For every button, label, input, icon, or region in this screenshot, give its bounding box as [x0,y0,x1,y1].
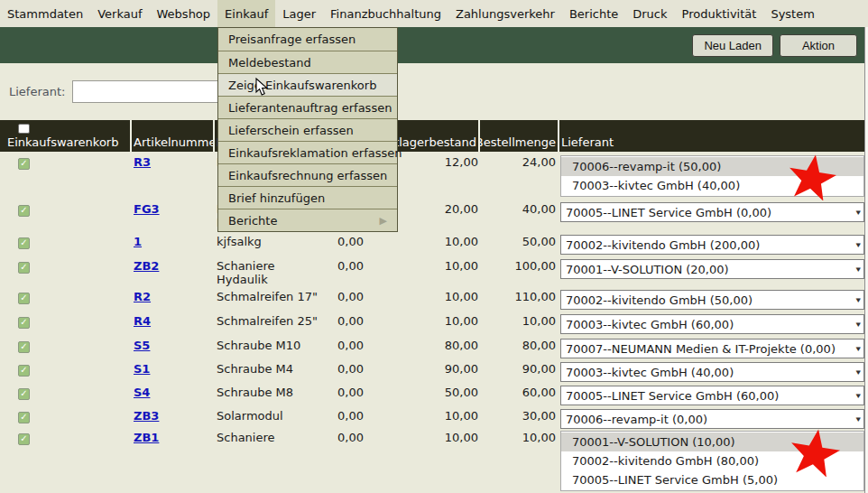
table-row: ✓ R4 Schmalreifen 25" 0,00 10,00 10,00 7… [0,311,864,335]
mouse-cursor-icon [255,78,268,97]
menu-system[interactable]: System [763,0,821,27]
lieferant-filter-label: Lieferant: [9,85,65,98]
menu-zahlungsverkehr[interactable]: Zahlungsverkehr [448,0,562,27]
menu-item-einkaufsreklamation-erfassen[interactable]: Einkaufsreklamation erfassen [218,141,397,163]
chevron-down-icon: ▾ [856,240,861,249]
artikelnummer-link[interactable]: S4 [134,386,150,399]
action-bar: Neu Laden Aktion [0,27,868,63]
filter-bar: Lieferant: [0,63,868,120]
row-checkbox[interactable]: ✓ [18,262,30,274]
red-star-icon [784,153,840,200]
artikelnummer-link[interactable]: R3 [134,155,151,169]
table-row: ✓ S4 Schraube M8 0,00 50,00 60,00 70005-… [0,382,864,405]
lieferant-select[interactable]: 70003--kivtec GmbH (60,00) ▾ [560,314,864,334]
table-row: ✓ S5 Schraube M10 0,00 80,00 80,00 70007… [0,335,864,358]
menu-finanzbuchhaltung[interactable]: Finanzbuchhaltung [323,0,448,27]
menu-item-berichte[interactable]: Berichte ▶ [218,209,397,231]
chevron-down-icon: ▾ [856,320,861,329]
table-row: ✓ R2 Schmalreifen 17" 0,00 10,00 110,00 … [0,286,864,311]
artikelnummer-link[interactable]: R2 [134,290,151,303]
row-checkbox[interactable]: ✓ [18,293,30,304]
row-checkbox[interactable]: ✓ [18,205,30,217]
right-edge-clipped-content [864,27,868,493]
menu-item-einkaufsrechnung-erfassen[interactable]: Einkaufsrechnung erfassen [218,163,397,186]
chevron-down-icon: ▾ [856,265,861,274]
row-checkbox[interactable]: ✓ [18,412,30,423]
menu-druck[interactable]: Druck [625,0,674,27]
menu-berichte[interactable]: Berichte [562,0,625,27]
row-checkbox[interactable]: ✓ [18,158,30,170]
table-header-row: Einkaufswarenkorb Artikelnummer Bezeichn… [0,120,864,152]
menubar: Stammdaten Verkauf Webshop Einkauf Preis… [0,0,868,27]
row-checkbox[interactable]: ✓ [18,365,30,377]
table-row: ✓ S1 Schraube M4 0,00 90,00 90,00 70003-… [0,358,864,382]
lieferant-select[interactable]: 70006--revamp-it (0,00) ▾ [560,409,864,429]
menu-item-lieferantenauftrag-erfassen[interactable]: Lieferantenauftrag erfassen [218,96,397,118]
lieferant-select[interactable]: 70003--kivtec GmbH (40,00) ▾ [560,362,864,382]
menu-einkauf-label: Einkauf [225,7,268,21]
chevron-down-icon: ▾ [856,367,861,377]
menu-verkauf[interactable]: Verkauf [90,0,149,27]
artikelnummer-link[interactable]: S5 [134,339,150,352]
menu-produktivitaet[interactable]: Produktivität [675,0,764,27]
lieferant-select[interactable]: 70002--kivitendo GmbH (200,00) ▾ [560,235,864,255]
col-artikelnummer: Artikelnummer [132,120,215,152]
artikelnummer-link[interactable]: R4 [134,314,151,328]
col-einkaufswarenkorb: Einkaufswarenkorb [0,120,132,152]
chevron-down-icon: ▾ [856,295,861,304]
einkauf-dropdown: Preisanfrage erfassen Meldebestand Zeige… [217,27,398,232]
select-all-checkbox[interactable] [18,124,30,134]
menu-item-preisanfrage-erfassen[interactable]: Preisanfrage erfassen [218,28,397,51]
row-checkbox[interactable]: ✓ [18,341,30,353]
artikelnummer-link[interactable]: ZB3 [134,409,159,423]
table-row: ✓ ZB2 SchaniereHydaulik 0,00 10,00 100,0… [0,256,864,286]
chevron-down-icon: ▾ [856,414,861,423]
purchase-basket-table: Einkaufswarenkorb Artikelnummer Bezeichn… [0,120,864,490]
artikelnummer-link[interactable]: ZB1 [134,431,159,444]
neu-laden-button[interactable]: Neu Laden [692,34,773,57]
menu-item-meldebestand[interactable]: Meldebestand [218,51,397,73]
table-row: ✓ ZB1 Schaniere 0,00 10,00 10,00 70001--… [0,429,864,490]
menu-item-zeige-einkaufswarenkorb[interactable]: Zeige Einkaufswarenkorb [218,73,397,96]
lieferant-select[interactable]: 70005--LINET Service GmbH (0,00) ▾ [560,202,864,222]
row-checkbox[interactable]: ✓ [18,388,30,400]
menu-webshop[interactable]: Webshop [150,0,218,27]
aktion-button[interactable]: Aktion [780,34,857,57]
table-row: ✓ ZB3 Solarmodul 0,00 10,00 30,00 70006-… [0,405,864,429]
artikelnummer-link[interactable]: FG3 [134,202,160,216]
artikelnummer-link[interactable]: ZB2 [134,259,159,273]
lieferant-select[interactable]: 70007--NEUMANN Medien & IT-Projekte (0,0… [560,339,864,358]
lieferant-select[interactable]: 70005--LINET Service GmbH (60,00) ▾ [560,386,864,405]
chevron-down-icon: ▾ [856,344,861,353]
col-bestellmenge: Bestellmenge [480,120,559,152]
submenu-arrow-icon: ▶ [380,215,387,227]
table-row: ✓ R3 E 12,00 24,00 70006--revamp-it (50,… [0,152,864,199]
col-lieferant: Lieferant [559,120,864,152]
menu-stammdaten[interactable]: Stammdaten [0,0,90,27]
artikelnummer-link[interactable]: 1 [134,235,142,248]
row-checkbox[interactable]: ✓ [18,433,30,445]
row-checkbox[interactable]: ✓ [18,237,30,249]
menu-item-lieferschein-erfassen[interactable]: Lieferschein erfassen [218,118,397,141]
red-star-icon [786,428,844,477]
menu-lager[interactable]: Lager [275,0,323,27]
table-row: ✓ 1 kjfsalkg 0,00 10,00 50,00 70002--kiv… [0,231,864,256]
menu-item-brief-hinzufuegen[interactable]: Brief hinzufügen [218,186,397,209]
chevron-down-icon: ▾ [856,208,861,217]
lieferant-select[interactable]: 70001--V-SOLUTION (20,00) ▾ [560,259,864,279]
lieferant-select[interactable]: 70002--kivitendo GmbH (50,00) ▾ [560,290,864,310]
row-checkbox[interactable]: ✓ [18,317,30,329]
menu-einkauf[interactable]: Einkauf Preisanfrage erfassen Meldebesta… [217,0,275,27]
chevron-down-icon: ▾ [856,391,861,400]
artikelnummer-link[interactable]: S1 [134,362,150,376]
table-row: ✓ FG3 FH 20,00 40,00 70005--LINET Servic… [0,199,864,231]
